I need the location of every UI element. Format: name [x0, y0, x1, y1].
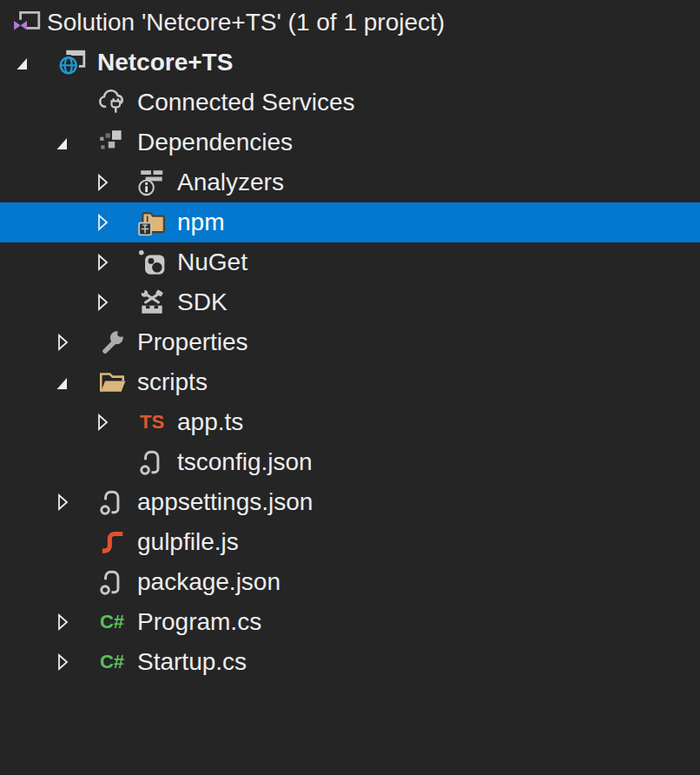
csharp-icon: C#: [97, 647, 127, 677]
json-file-icon: [97, 487, 127, 517]
sdk-toolbox-icon: [137, 288, 167, 317]
expander-spacer: [54, 83, 97, 123]
tree-item-npm[interactable]: npm: [0, 202, 700, 242]
solution-explorer-panel: Solution 'Netcore+TS' (1 of 1 project) N…: [0, 0, 700, 775]
tree-item-appsettings-json[interactable]: appsettings.json: [0, 482, 700, 522]
expander-collapsed-icon[interactable]: [94, 162, 137, 202]
expander-collapsed-icon[interactable]: [94, 242, 137, 282]
item-label: appsettings.json: [137, 482, 313, 522]
tree-item-scripts[interactable]: scripts: [0, 362, 700, 402]
expander-expanded-icon[interactable]: [14, 43, 57, 83]
tree-item-analyzers[interactable]: Analyzers: [0, 162, 700, 202]
web-project-icon: [57, 48, 87, 77]
item-label: Dependencies: [137, 123, 293, 162]
item-label: NuGet: [177, 242, 248, 282]
tree-item-nuget[interactable]: NuGet: [0, 242, 700, 282]
tree-item-sdk[interactable]: SDK: [0, 282, 700, 322]
expander-collapsed-icon[interactable]: [54, 642, 97, 682]
expander-collapsed-icon[interactable]: [54, 482, 97, 522]
javascript-file-icon: [97, 527, 127, 557]
tree-item-startup-cs[interactable]: C# Startup.cs: [0, 642, 700, 682]
json-file-icon: [97, 567, 127, 597]
tree-item-solution-netcore-ts-1-of-1-project[interactable]: Solution 'Netcore+TS' (1 of 1 project): [0, 3, 700, 43]
expander-collapsed-icon[interactable]: [94, 202, 137, 242]
tree-item-netcore-ts[interactable]: Netcore+TS: [0, 43, 700, 83]
expander-expanded-icon[interactable]: [54, 123, 97, 162]
item-label: Analyzers: [177, 162, 284, 202]
item-label: tsconfig.json: [177, 442, 313, 482]
tree-item-connected-services[interactable]: Connected Services: [0, 83, 700, 123]
item-label: package.json: [137, 562, 281, 602]
dependencies-icon: [97, 128, 127, 157]
expander-spacer: [54, 562, 97, 602]
tree-item-tsconfig-json[interactable]: tsconfig.json: [0, 442, 700, 482]
tree-item-program-cs[interactable]: C# Program.cs: [0, 602, 700, 642]
tree-item-package-json[interactable]: package.json: [0, 562, 700, 602]
expander-spacer: [54, 522, 97, 562]
tree-item-properties[interactable]: Properties: [0, 322, 700, 362]
tree-item-dependencies[interactable]: Dependencies: [0, 123, 700, 162]
item-label: Program.cs: [137, 602, 261, 642]
item-label: npm: [177, 202, 224, 242]
connected-services-icon: [97, 88, 127, 117]
item-label: Startup.cs: [137, 642, 247, 682]
csharp-icon: C#: [97, 607, 127, 637]
item-label: Netcore+TS: [97, 43, 233, 83]
expander-expanded-icon[interactable]: [54, 362, 97, 402]
json-file-icon: [137, 447, 167, 477]
expander-collapsed-icon[interactable]: [54, 602, 97, 642]
item-label: app.ts: [177, 402, 243, 442]
tree-item-app-ts[interactable]: TS app.ts: [0, 402, 700, 442]
expander-collapsed-icon[interactable]: [54, 322, 97, 362]
expander-spacer: [94, 442, 137, 482]
typescript-icon: TS: [137, 407, 167, 437]
item-label: gulpfile.js: [137, 522, 239, 562]
item-label: SDK: [177, 282, 228, 322]
folder-open-icon: [97, 368, 127, 397]
expander-collapsed-icon[interactable]: [94, 282, 137, 322]
solution-icon: [12, 8, 42, 37]
nuget-icon: [137, 248, 167, 277]
solution-tree: Solution 'Netcore+TS' (1 of 1 project) N…: [0, 3, 700, 682]
item-label: Connected Services: [137, 83, 355, 123]
properties-wrench-icon: [97, 328, 127, 357]
tree-item-gulpfile-js[interactable]: gulpfile.js: [0, 522, 700, 562]
expander-collapsed-icon[interactable]: [94, 402, 137, 442]
item-label: Solution 'Netcore+TS' (1 of 1 project): [47, 3, 445, 43]
npm-folder-icon: [137, 208, 167, 237]
analyzers-icon: [137, 168, 167, 197]
item-label: Properties: [137, 322, 248, 362]
item-label: scripts: [137, 362, 208, 402]
